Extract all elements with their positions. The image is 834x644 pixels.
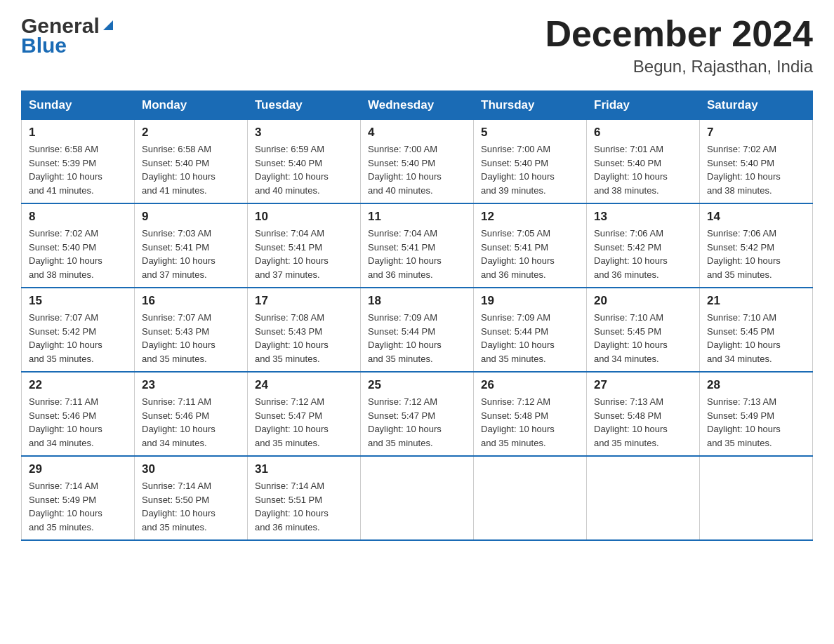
- day-info: Sunrise: 7:12 AMSunset: 5:48 PMDaylight:…: [481, 396, 555, 448]
- day-info: Sunrise: 7:14 AMSunset: 5:50 PMDaylight:…: [142, 481, 216, 532]
- calendar-cell: 29 Sunrise: 7:14 AMSunset: 5:49 PMDaylig…: [22, 456, 135, 540]
- day-number: 17: [255, 294, 353, 308]
- calendar-table: SundayMondayTuesdayWednesdayThursdayFrid…: [21, 90, 813, 541]
- calendar-cell: 13 Sunrise: 7:06 AMSunset: 5:42 PMDaylig…: [587, 203, 700, 288]
- day-number: 10: [255, 210, 353, 224]
- day-info: Sunrise: 7:07 AMSunset: 5:43 PMDaylight:…: [142, 312, 216, 364]
- calendar-week-row: 29 Sunrise: 7:14 AMSunset: 5:49 PMDaylig…: [22, 456, 813, 540]
- day-number: 15: [29, 294, 127, 308]
- svg-marker-0: [103, 20, 113, 30]
- day-number: 5: [481, 126, 579, 140]
- calendar-cell: 19 Sunrise: 7:09 AMSunset: 5:44 PMDaylig…: [474, 288, 587, 372]
- calendar-cell: 4 Sunrise: 7:00 AMSunset: 5:40 PMDayligh…: [361, 120, 474, 204]
- calendar-week-row: 15 Sunrise: 7:07 AMSunset: 5:42 PMDaylig…: [22, 288, 813, 372]
- weekday-header-wednesday: Wednesday: [361, 91, 474, 120]
- calendar-cell: 1 Sunrise: 6:58 AMSunset: 5:39 PMDayligh…: [22, 120, 135, 204]
- day-number: 9: [142, 210, 240, 224]
- calendar-cell: 27 Sunrise: 7:13 AMSunset: 5:48 PMDaylig…: [587, 372, 700, 456]
- day-number: 13: [594, 210, 692, 224]
- calendar-cell: 14 Sunrise: 7:06 AMSunset: 5:42 PMDaylig…: [700, 203, 813, 288]
- day-info: Sunrise: 7:06 AMSunset: 5:42 PMDaylight:…: [594, 228, 668, 280]
- day-info: Sunrise: 7:00 AMSunset: 5:40 PMDaylight:…: [368, 144, 442, 196]
- day-info: Sunrise: 7:07 AMSunset: 5:42 PMDaylight:…: [29, 312, 102, 364]
- calendar-cell: 16 Sunrise: 7:07 AMSunset: 5:43 PMDaylig…: [135, 288, 248, 372]
- calendar-cell: [474, 456, 587, 540]
- day-number: 3: [255, 126, 353, 140]
- day-number: 7: [707, 126, 805, 140]
- day-number: 12: [481, 210, 579, 224]
- day-number: 19: [481, 294, 579, 308]
- title-block: December 2024 Begun, Rajasthan, India: [545, 14, 813, 76]
- day-number: 1: [29, 126, 127, 140]
- calendar-cell: 17 Sunrise: 7:08 AMSunset: 5:43 PMDaylig…: [248, 288, 361, 372]
- calendar-week-row: 22 Sunrise: 7:11 AMSunset: 5:46 PMDaylig…: [22, 372, 813, 456]
- day-info: Sunrise: 7:06 AMSunset: 5:42 PMDaylight:…: [707, 228, 781, 280]
- logo-blue-text: Blue: [21, 34, 67, 58]
- weekday-header-thursday: Thursday: [474, 91, 587, 120]
- calendar-cell: [587, 456, 700, 540]
- day-info: Sunrise: 6:58 AMSunset: 5:40 PMDaylight:…: [142, 144, 216, 196]
- page-subtitle: Begun, Rajasthan, India: [545, 57, 813, 76]
- calendar-cell: 5 Sunrise: 7:00 AMSunset: 5:40 PMDayligh…: [474, 120, 587, 204]
- weekday-header-saturday: Saturday: [700, 91, 813, 120]
- day-number: 18: [368, 294, 466, 308]
- calendar-cell: 6 Sunrise: 7:01 AMSunset: 5:40 PMDayligh…: [587, 120, 700, 204]
- calendar-cell: 25 Sunrise: 7:12 AMSunset: 5:47 PMDaylig…: [361, 372, 474, 456]
- day-info: Sunrise: 7:02 AMSunset: 5:40 PMDaylight:…: [29, 228, 102, 280]
- day-info: Sunrise: 7:12 AMSunset: 5:47 PMDaylight:…: [368, 396, 442, 448]
- page-header: General Blue December 2024 Begun, Rajast…: [21, 14, 813, 76]
- day-info: Sunrise: 7:13 AMSunset: 5:49 PMDaylight:…: [707, 396, 781, 448]
- calendar-cell: 9 Sunrise: 7:03 AMSunset: 5:41 PMDayligh…: [135, 203, 248, 288]
- day-number: 11: [368, 210, 466, 224]
- day-number: 27: [594, 378, 692, 392]
- day-number: 8: [29, 210, 127, 224]
- day-info: Sunrise: 7:08 AMSunset: 5:43 PMDaylight:…: [255, 312, 329, 364]
- day-info: Sunrise: 7:00 AMSunset: 5:40 PMDaylight:…: [481, 144, 555, 196]
- calendar-cell: 22 Sunrise: 7:11 AMSunset: 5:46 PMDaylig…: [22, 372, 135, 456]
- weekday-header-tuesday: Tuesday: [248, 91, 361, 120]
- day-info: Sunrise: 7:09 AMSunset: 5:44 PMDaylight:…: [368, 312, 442, 364]
- weekday-header-friday: Friday: [587, 91, 700, 120]
- calendar-cell: 31 Sunrise: 7:14 AMSunset: 5:51 PMDaylig…: [248, 456, 361, 540]
- calendar-cell: 26 Sunrise: 7:12 AMSunset: 5:48 PMDaylig…: [474, 372, 587, 456]
- day-number: 16: [142, 294, 240, 308]
- day-info: Sunrise: 7:03 AMSunset: 5:41 PMDaylight:…: [142, 228, 216, 280]
- calendar-cell: 21 Sunrise: 7:10 AMSunset: 5:45 PMDaylig…: [700, 288, 813, 372]
- day-number: 22: [29, 378, 127, 392]
- day-info: Sunrise: 7:02 AMSunset: 5:40 PMDaylight:…: [707, 144, 781, 196]
- day-info: Sunrise: 7:12 AMSunset: 5:47 PMDaylight:…: [255, 396, 329, 448]
- day-info: Sunrise: 7:09 AMSunset: 5:44 PMDaylight:…: [481, 312, 555, 364]
- calendar-cell: 30 Sunrise: 7:14 AMSunset: 5:50 PMDaylig…: [135, 456, 248, 540]
- day-number: 23: [142, 378, 240, 392]
- day-info: Sunrise: 7:05 AMSunset: 5:41 PMDaylight:…: [481, 228, 555, 280]
- page-title: December 2024: [545, 14, 813, 54]
- calendar-cell: 2 Sunrise: 6:58 AMSunset: 5:40 PMDayligh…: [135, 120, 248, 204]
- day-number: 31: [255, 462, 353, 476]
- day-number: 30: [142, 462, 240, 476]
- calendar-cell: [700, 456, 813, 540]
- day-info: Sunrise: 7:10 AMSunset: 5:45 PMDaylight:…: [707, 312, 781, 364]
- day-info: Sunrise: 7:11 AMSunset: 5:46 PMDaylight:…: [142, 396, 216, 448]
- day-number: 6: [594, 126, 692, 140]
- day-info: Sunrise: 6:58 AMSunset: 5:39 PMDaylight:…: [29, 144, 102, 196]
- day-number: 26: [481, 378, 579, 392]
- day-info: Sunrise: 7:10 AMSunset: 5:45 PMDaylight:…: [594, 312, 668, 364]
- day-number: 21: [707, 294, 805, 308]
- day-info: Sunrise: 7:14 AMSunset: 5:49 PMDaylight:…: [29, 481, 102, 532]
- day-info: Sunrise: 7:04 AMSunset: 5:41 PMDaylight:…: [368, 228, 442, 280]
- calendar-cell: 18 Sunrise: 7:09 AMSunset: 5:44 PMDaylig…: [361, 288, 474, 372]
- calendar-cell: 23 Sunrise: 7:11 AMSunset: 5:46 PMDaylig…: [135, 372, 248, 456]
- day-number: 4: [368, 126, 466, 140]
- calendar-cell: 15 Sunrise: 7:07 AMSunset: 5:42 PMDaylig…: [22, 288, 135, 372]
- day-number: 14: [707, 210, 805, 224]
- logo: General Blue: [21, 14, 116, 58]
- day-number: 29: [29, 462, 127, 476]
- day-info: Sunrise: 7:13 AMSunset: 5:48 PMDaylight:…: [594, 396, 668, 448]
- calendar-week-row: 1 Sunrise: 6:58 AMSunset: 5:39 PMDayligh…: [22, 120, 813, 204]
- logo-triangle-icon: [100, 18, 116, 33]
- weekday-header-monday: Monday: [135, 91, 248, 120]
- day-number: 25: [368, 378, 466, 392]
- day-info: Sunrise: 7:11 AMSunset: 5:46 PMDaylight:…: [29, 396, 102, 448]
- day-info: Sunrise: 6:59 AMSunset: 5:40 PMDaylight:…: [255, 144, 329, 196]
- calendar-cell: 10 Sunrise: 7:04 AMSunset: 5:41 PMDaylig…: [248, 203, 361, 288]
